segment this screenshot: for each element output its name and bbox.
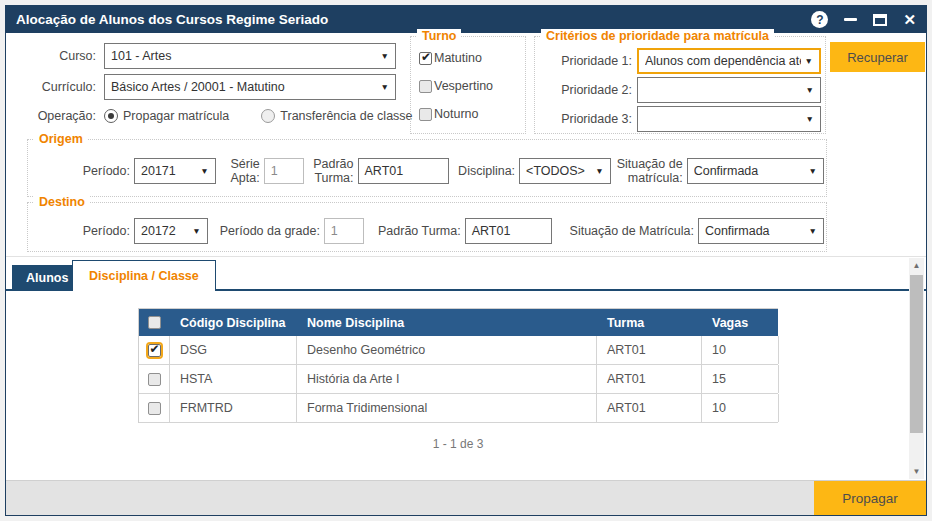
destino-periodo-grade-input[interactable]: 1 xyxy=(324,218,364,244)
maximize-icon[interactable] xyxy=(873,14,887,26)
origem-group: Origem Período: 20171 Série Apta: 1 Padr… xyxy=(27,139,827,197)
cell-turma: ART01 xyxy=(597,336,702,364)
pagination-label: 1 - 1 de 3 xyxy=(138,437,778,451)
prioridade-1-label: Prioridade 1: xyxy=(535,54,632,68)
origem-periodo-label: Período: xyxy=(30,164,130,178)
table-row[interactable]: FRMTRD Forma Tridimensional ART01 10 xyxy=(139,394,778,423)
minimize-icon[interactable] xyxy=(844,18,857,21)
origem-padrao-turma-label: Padrão Turma: xyxy=(308,157,354,186)
cell-turma: ART01 xyxy=(597,394,702,422)
radio-transferencia-label: Transferência de classe xyxy=(280,109,412,123)
destino-padrao-turma-label: Padrão Turma: xyxy=(378,224,461,238)
criterios-group: Critérios de prioridade para matrícula P… xyxy=(534,36,826,134)
turno-legend: Turno xyxy=(417,29,461,43)
tab-disciplina-classe[interactable]: Disciplina / Classe xyxy=(72,260,216,291)
radio-propagar-matricula[interactable]: Propagar matrícula xyxy=(104,109,229,123)
row-checkbox[interactable] xyxy=(148,344,161,357)
prioridade-3-label: Prioridade 3: xyxy=(535,112,632,126)
dialog-footer: Propagar xyxy=(6,480,926,515)
radio-propagar-icon[interactable] xyxy=(104,109,118,123)
radio-transferencia-classe[interactable]: Transferência de classe xyxy=(261,109,412,123)
scroll-down-icon[interactable]: ▼ xyxy=(909,464,924,479)
cell-nome: História da Arte I xyxy=(297,365,597,393)
destino-situacao-select[interactable]: Confirmada xyxy=(698,218,824,244)
cell-turma: ART01 xyxy=(597,365,702,393)
checkbox-noturno[interactable]: Noturno xyxy=(419,107,478,121)
destino-group: Destino Período: 20172 Período da grade:… xyxy=(27,202,827,252)
cell-codigo: DSG xyxy=(170,336,297,364)
curso-value: 101 - Artes xyxy=(111,49,377,63)
origem-padrao-turma-input[interactable]: ART01 xyxy=(358,158,450,184)
help-icon[interactable]: ? xyxy=(811,11,828,28)
cell-vagas: 10 xyxy=(702,336,779,364)
destino-situacao-label: Situação de Matrícula: xyxy=(570,224,694,238)
table-row[interactable]: HSTA História da Arte I ART01 15 xyxy=(139,365,778,394)
origem-disciplina-select[interactable]: <TODOS> xyxy=(519,158,611,184)
prioridade-3-select[interactable] xyxy=(637,106,821,132)
checkbox-matutino[interactable]: Matutino xyxy=(419,51,482,65)
checkbox-noturno-box[interactable] xyxy=(419,108,432,121)
origem-situacao-select[interactable]: Confirmada xyxy=(687,158,824,184)
prioridade-2-label: Prioridade 2: xyxy=(535,83,632,97)
scroll-up-icon[interactable]: ▲ xyxy=(909,258,924,273)
origem-disciplina-label: Disciplina: xyxy=(453,164,515,178)
header-nome-disciplina: Nome Disciplina xyxy=(297,309,597,336)
cell-vagas: 10 xyxy=(702,394,779,422)
cell-codigo: FRMTRD xyxy=(170,394,297,422)
origem-serie-apta-input[interactable]: 1 xyxy=(264,158,304,184)
origem-periodo-value: 20171 xyxy=(141,164,196,178)
prioridade-1-select[interactable]: Alunos com dependência até o limite xyxy=(637,48,821,74)
titlebar-icons: ? ✕ xyxy=(811,11,916,28)
cell-vagas: 15 xyxy=(702,365,779,393)
row-checkbox[interactable] xyxy=(148,373,161,386)
checkbox-matutino-label: Matutino xyxy=(434,51,482,65)
destino-padrao-turma-input[interactable]: ART01 xyxy=(465,218,552,244)
table-header-row: Código Disciplina Nome Disciplina Turma … xyxy=(139,309,778,336)
header-vagas: Vagas xyxy=(702,309,779,336)
checkbox-vespertino-label: Vespertino xyxy=(434,79,493,93)
prioridade-1-value: Alunos com dependência até o limite xyxy=(645,54,801,68)
turno-group: Turno Matutino Vespertino Noturno xyxy=(410,36,526,134)
dialog-title: Alocação de Alunos dos Cursos Regime Ser… xyxy=(16,12,328,27)
tab-strip: Alunos Disciplina / Classe xyxy=(6,256,926,292)
cell-nome: Forma Tridimensional xyxy=(297,394,597,422)
tab-panel-disciplina-classe: Código Disciplina Nome Disciplina Turma … xyxy=(6,292,926,480)
checkbox-matutino-box[interactable] xyxy=(419,52,432,65)
destino-periodo-grade-label: Período da grade: xyxy=(220,224,320,238)
row-checkbox[interactable] xyxy=(148,402,161,415)
checkbox-noturno-label: Noturno xyxy=(434,107,478,121)
origem-disciplina-value: <TODOS> xyxy=(526,164,591,178)
destino-periodo-label: Período: xyxy=(30,224,130,238)
dialog-titlebar[interactable]: Alocação de Alunos dos Cursos Regime Ser… xyxy=(6,6,926,33)
curriculo-select[interactable]: Básico Artes / 20001 - Matutino xyxy=(104,74,396,100)
origem-periodo-select[interactable]: 20171 xyxy=(134,158,216,184)
origem-serie-apta-label: Série Apta: xyxy=(220,157,260,186)
radio-propagar-label: Propagar matrícula xyxy=(123,109,229,123)
vertical-scrollbar[interactable]: ▲ ▼ xyxy=(909,258,924,479)
curriculo-value: Básico Artes / 20001 - Matutino xyxy=(111,80,377,94)
destino-periodo-select[interactable]: 20172 xyxy=(134,218,208,244)
dialog-alocacao: Alocação de Alunos dos Cursos Regime Ser… xyxy=(5,5,927,516)
close-icon[interactable]: ✕ xyxy=(903,12,916,27)
curriculo-label: Currículo: xyxy=(12,80,96,94)
destino-periodo-value: 20172 xyxy=(141,224,188,238)
origem-situacao-value: Confirmada xyxy=(694,164,805,178)
scrollbar-thumb[interactable] xyxy=(910,275,923,433)
checkbox-vespertino-box[interactable] xyxy=(419,80,432,93)
select-all-checkbox[interactable] xyxy=(148,316,161,329)
propagar-button[interactable]: Propagar xyxy=(814,481,926,515)
cell-nome: Desenho Geométrico xyxy=(297,336,597,364)
curso-select[interactable]: 101 - Artes xyxy=(104,43,396,69)
recuperar-button[interactable]: Recuperar xyxy=(830,42,925,72)
operacao-label: Operação: xyxy=(12,109,96,123)
origem-legend: Origem xyxy=(34,132,88,146)
cell-codigo: HSTA xyxy=(170,365,297,393)
table-row[interactable]: DSG Desenho Geométrico ART01 10 xyxy=(139,336,778,365)
checkbox-vespertino[interactable]: Vespertino xyxy=(419,79,493,93)
radio-transferencia-icon[interactable] xyxy=(261,109,275,123)
criterios-legend: Critérios de prioridade para matrícula xyxy=(541,29,774,43)
destino-legend: Destino xyxy=(34,195,90,209)
origem-situacao-label: Situação de matrícula: xyxy=(615,157,683,186)
prioridade-2-select[interactable] xyxy=(637,77,821,103)
curso-label: Curso: xyxy=(12,49,96,63)
